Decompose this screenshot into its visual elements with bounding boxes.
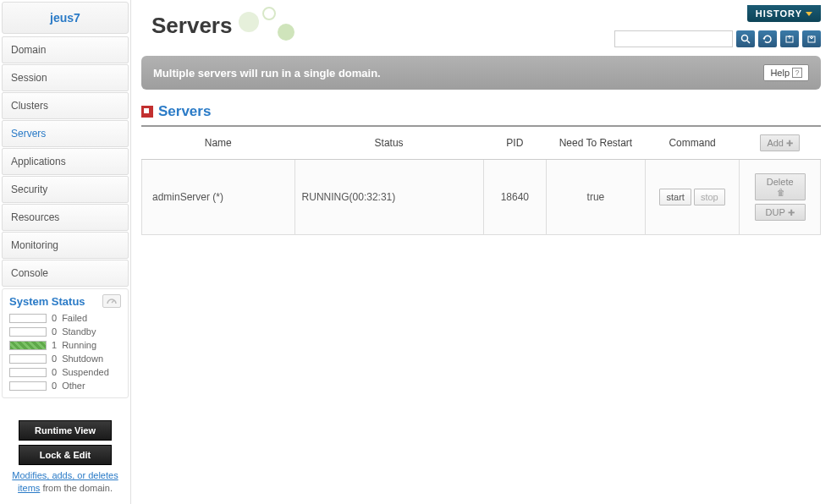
dup-label: DUP [766,207,785,217]
history-dropdown[interactable]: HISTORY [747,5,821,22]
app-title[interactable]: jeus7 [2,2,129,34]
history-label: HISTORY [756,8,802,19]
edit-note: Modifies, adds, or deletes items from th… [7,469,124,496]
status-row-suspended: 0 Suspended [9,365,121,379]
sidebar-item-applications[interactable]: Applications [2,148,129,175]
status-count: 0 [52,381,57,391]
stop-button[interactable]: stop [694,189,725,205]
sidebar-item-domain[interactable]: Domain [2,36,129,63]
help-label: Help [770,68,790,78]
decoration-icon [239,10,315,41]
gauge-icon[interactable] [102,294,121,308]
sidebar-item-console[interactable]: Console [2,260,129,287]
cell-restart: true [546,160,645,235]
col-restart: Need To Restart [546,127,645,160]
status-bar-icon [9,381,47,391]
status-row-failed: 0 Failed [9,311,121,325]
status-row-standby: 0 Standby [9,325,121,338]
status-label: Failed [62,313,87,323]
sidebar-item-security[interactable]: Security [2,176,129,203]
cell-actions: Delete🗑 DUP✚ [740,160,821,235]
col-command: Command [645,127,740,160]
col-name: Name [142,127,295,160]
servers-table: Name Status PID Need To Restart Command … [141,127,821,235]
trash-icon: 🗑 [777,188,785,197]
status-bar-icon [9,314,47,323]
status-label: Suspended [62,367,109,377]
system-status-title: System Status [9,295,85,308]
plus-icon: ✚ [786,139,793,148]
help-button[interactable]: Help ? [763,64,809,81]
svg-line-0 [112,300,114,303]
sidebar-item-session[interactable]: Session [2,64,129,91]
status-bar-icon [9,368,47,377]
svg-line-2 [747,41,750,43]
section-icon [141,106,153,118]
lock-edit-button[interactable]: Lock & Edit [19,445,112,465]
add-label: Add [767,138,784,148]
runtime-view-button[interactable]: Runtime View [19,420,112,441]
sidebar-nav: Domain Session Clusters Servers Applicat… [2,36,129,287]
status-count: 0 [52,326,57,337]
chevron-down-icon [806,12,812,16]
export-xml-icon[interactable] [780,30,799,47]
cell-pid: 18640 [483,160,546,235]
cell-status: RUNNING(00:32:31) [294,160,483,235]
delete-button[interactable]: Delete🗑 [755,173,806,200]
status-row-running: 1 Running [9,338,121,352]
status-bar-icon [9,341,47,350]
status-label: Other [62,381,85,391]
table-header-row: Name Status PID Need To Restart Command … [142,127,821,160]
status-bar-icon [9,354,47,364]
import-icon[interactable] [802,30,821,47]
status-label: Standby [62,326,96,337]
table-row: adminServer (*) RUNNING(00:32:31) 18640 … [142,160,821,235]
sidebar-item-monitoring[interactable]: Monitoring [2,232,129,259]
status-row-other: 0 Other [9,379,121,392]
status-row-shutdown: 0 Shutdown [9,352,121,365]
sidebar-item-servers[interactable]: Servers [2,120,129,147]
edit-note-text: from the domain. [40,483,113,493]
status-count: 0 [52,313,57,323]
status-count: 1 [52,340,57,350]
page-title: Servers [151,13,232,39]
cell-command: start stop [645,160,740,235]
col-status: Status [294,127,483,160]
plus-icon: ✚ [788,208,795,217]
status-count: 0 [52,367,57,377]
sidebar-item-resources[interactable]: Resources [2,204,129,231]
status-bar-icon [9,327,47,337]
dup-button[interactable]: DUP✚ [755,204,806,221]
cell-name[interactable]: adminServer (*) [142,160,295,235]
sidebar-item-clusters[interactable]: Clusters [2,92,129,119]
col-actions: Add✚ [740,127,821,160]
system-status-panel: System Status 0 Failed 0 Standby 1 Runni… [2,288,129,398]
status-count: 0 [52,353,57,364]
search-icon[interactable] [736,30,755,47]
question-icon: ? [792,68,802,78]
add-button[interactable]: Add✚ [760,134,800,151]
refresh-icon[interactable] [758,30,777,47]
col-pid: PID [483,127,546,160]
delete-label: Delete [767,177,794,187]
banner-text: Multiple servers will run in a single do… [153,67,381,79]
status-label: Shutdown [62,353,103,364]
section-title: Servers [158,103,211,120]
status-label: Running [62,340,96,350]
start-button[interactable]: start [659,189,691,205]
svg-point-1 [742,36,748,41]
search-input[interactable] [614,30,733,47]
